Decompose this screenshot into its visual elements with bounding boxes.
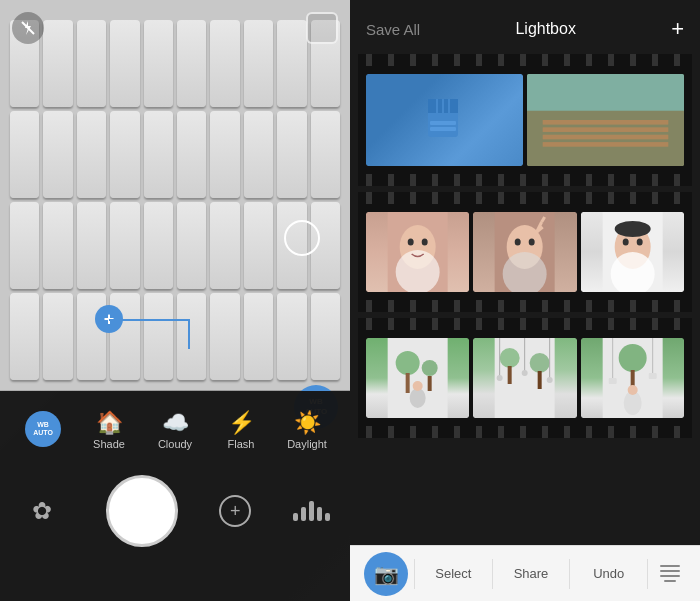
garden-image-3[interactable] bbox=[581, 338, 684, 418]
svg-point-38 bbox=[422, 360, 438, 376]
selfie-image-2[interactable] bbox=[473, 212, 576, 292]
svg-point-45 bbox=[530, 353, 550, 373]
svg-point-34 bbox=[614, 221, 650, 237]
svg-point-19 bbox=[408, 239, 414, 246]
svg-point-32 bbox=[622, 239, 628, 246]
wb-shade-label: Shade bbox=[93, 438, 125, 450]
shade-icon: 🏠 bbox=[96, 412, 123, 434]
bottom-action-bar: 📷 Select Share Undo bbox=[350, 545, 700, 601]
garden-image-2[interactable] bbox=[473, 338, 576, 418]
svg-point-54 bbox=[618, 344, 646, 372]
wb-auto-option[interactable]: WBAUTO bbox=[10, 411, 76, 451]
wb-cloudy-label: Cloudy bbox=[158, 438, 192, 450]
svg-rect-13 bbox=[543, 127, 669, 132]
undo-button[interactable]: Undo bbox=[570, 566, 647, 581]
svg-point-20 bbox=[422, 239, 428, 246]
film-strip-2 bbox=[358, 192, 692, 312]
camera-button[interactable]: 📷 bbox=[358, 552, 414, 596]
sd-card-image[interactable] bbox=[366, 74, 523, 166]
histogram-button[interactable] bbox=[293, 501, 330, 521]
svg-point-43 bbox=[500, 348, 520, 368]
svg-rect-57 bbox=[608, 378, 616, 384]
garden-image-1[interactable] bbox=[366, 338, 469, 418]
svg-rect-4 bbox=[438, 99, 442, 113]
film-strip-1 bbox=[358, 54, 692, 186]
svg-rect-3 bbox=[428, 99, 436, 113]
wb-flash-option[interactable]: ⚡ Flash bbox=[208, 412, 274, 450]
selfie-image-1[interactable] bbox=[366, 212, 469, 292]
focus-indicator bbox=[284, 220, 320, 256]
save-all-button[interactable]: Save All bbox=[366, 21, 420, 38]
add-lightbox-button[interactable]: + bbox=[671, 16, 684, 42]
selfie-image-3[interactable] bbox=[581, 212, 684, 292]
add-button[interactable]: + bbox=[219, 495, 251, 527]
svg-point-52 bbox=[547, 377, 553, 383]
wb-cloudy-option[interactable]: ☁️ Cloudy bbox=[142, 412, 208, 450]
svg-rect-44 bbox=[508, 366, 512, 384]
bottom-toolbar: WBAUTO 🏠 Shade ☁️ Cloudy ⚡ Flash ☀️ bbox=[0, 391, 350, 601]
svg-point-50 bbox=[522, 370, 528, 376]
film-strip-3-images bbox=[362, 324, 688, 432]
svg-rect-15 bbox=[543, 142, 669, 147]
film-strip-1-images bbox=[362, 60, 688, 180]
timer-icon[interactable] bbox=[306, 12, 338, 44]
svg-rect-59 bbox=[648, 373, 656, 379]
svg-point-25 bbox=[529, 239, 535, 246]
macro-button[interactable]: ✿ bbox=[20, 489, 64, 533]
svg-rect-6 bbox=[450, 99, 458, 113]
flash-off-icon[interactable] bbox=[12, 12, 44, 44]
menu-button[interactable] bbox=[648, 565, 692, 582]
svg-rect-37 bbox=[406, 373, 410, 393]
camera-circle-icon: 📷 bbox=[364, 552, 408, 596]
select-button[interactable]: Select bbox=[415, 566, 492, 581]
svg-rect-12 bbox=[543, 120, 669, 125]
shutter-button[interactable] bbox=[106, 475, 178, 547]
select-label: Select bbox=[435, 566, 471, 581]
cloudy-icon: ☁️ bbox=[162, 412, 189, 434]
daylight-icon: ☀️ bbox=[294, 412, 321, 434]
flash-icon: ⚡ bbox=[228, 412, 255, 434]
svg-marker-1 bbox=[25, 21, 31, 35]
film-strips-area bbox=[350, 50, 700, 545]
share-button[interactable]: Share bbox=[493, 566, 570, 581]
svg-rect-5 bbox=[444, 99, 448, 113]
share-label: Share bbox=[514, 566, 549, 581]
svg-point-36 bbox=[396, 351, 420, 375]
svg-point-48 bbox=[497, 375, 503, 381]
svg-point-24 bbox=[515, 239, 521, 246]
wb-auto-badge: WBAUTO bbox=[25, 411, 61, 447]
svg-point-41 bbox=[413, 381, 423, 391]
lightbox-panel: Save All Lightbox + bbox=[350, 0, 700, 601]
svg-rect-46 bbox=[538, 371, 542, 389]
camera-panel: + WB AUTO WBAUTO 🏠 Shade bbox=[0, 0, 350, 601]
wb-daylight-option[interactable]: ☀️ Daylight bbox=[274, 412, 340, 450]
svg-rect-8 bbox=[430, 127, 456, 131]
svg-rect-10 bbox=[527, 74, 684, 111]
svg-point-33 bbox=[636, 239, 642, 246]
svg-rect-7 bbox=[430, 121, 456, 125]
camera-controls-row: ✿ + bbox=[0, 471, 350, 551]
wb-shade-option[interactable]: 🏠 Shade bbox=[76, 412, 142, 450]
svg-rect-14 bbox=[543, 135, 669, 140]
wb-flash-label: Flash bbox=[228, 438, 255, 450]
adjustment-line-v bbox=[188, 319, 190, 349]
film-strip-2-images bbox=[362, 198, 688, 306]
aerial-image[interactable] bbox=[527, 74, 684, 166]
svg-point-61 bbox=[627, 385, 637, 395]
svg-rect-39 bbox=[428, 376, 432, 391]
adjustment-line-h bbox=[109, 319, 189, 321]
wb-options-row: WBAUTO 🏠 Shade ☁️ Cloudy ⚡ Flash ☀️ bbox=[0, 391, 350, 471]
lightbox-title: Lightbox bbox=[515, 20, 576, 38]
undo-label: Undo bbox=[593, 566, 624, 581]
wb-daylight-label: Daylight bbox=[287, 438, 327, 450]
film-strip-3 bbox=[358, 318, 692, 438]
menu-icon bbox=[660, 565, 680, 582]
keyboard-bg bbox=[0, 0, 350, 390]
lightbox-header: Save All Lightbox + bbox=[350, 0, 700, 50]
